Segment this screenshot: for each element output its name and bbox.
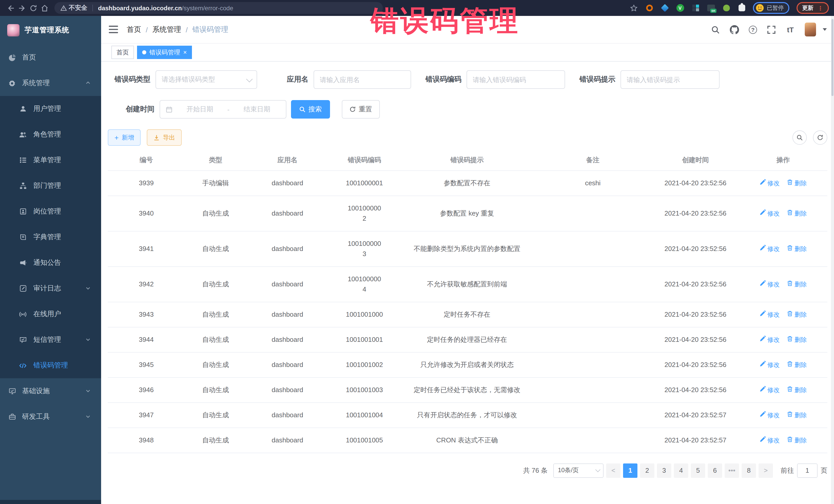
sidebar-item-短信管理[interactable]: 短信管理 xyxy=(0,327,101,353)
error-code-field[interactable] xyxy=(466,70,565,89)
start-date-placeholder[interactable]: 开始日期 xyxy=(177,105,223,114)
sidebar-item-菜单管理[interactable]: 菜单管理 xyxy=(0,147,101,173)
delete-link[interactable]: 删除 xyxy=(787,359,807,370)
goto-page-input[interactable] xyxy=(797,463,817,478)
sidebar-item-审计日志[interactable]: 审计日志 xyxy=(0,276,101,301)
sidebar-item-研发工具[interactable]: 研发工具 xyxy=(0,404,101,430)
hamburger-icon[interactable] xyxy=(109,25,118,34)
delete-link[interactable]: 删除 xyxy=(787,309,807,320)
sidebar-item-角色管理[interactable]: 角色管理 xyxy=(0,122,101,147)
breadcrumb-item[interactable]: 首页 xyxy=(127,25,141,34)
prev-page-button[interactable]: < xyxy=(606,463,620,478)
page-button-6[interactable]: 6 xyxy=(708,463,722,478)
page-button-4[interactable]: 4 xyxy=(674,463,688,478)
page-ellipsis[interactable]: ••• xyxy=(725,463,739,478)
delete-link[interactable]: 删除 xyxy=(787,178,807,188)
page-button-2[interactable]: 2 xyxy=(640,463,654,478)
page-button-1[interactable]: 1 xyxy=(623,463,637,478)
sidebar-item-通知公告[interactable]: 通知公告 xyxy=(0,250,101,276)
extension-android-icon[interactable] xyxy=(722,4,730,12)
extension-on-badge-icon[interactable]: on xyxy=(707,4,715,12)
add-button[interactable]: + 新增 xyxy=(108,129,140,146)
sidebar-item-用户管理[interactable]: 用户管理 xyxy=(0,96,101,122)
github-icon[interactable] xyxy=(730,25,739,34)
error-type-select[interactable]: 请选择错误码类型 xyxy=(155,70,257,89)
edit-link[interactable]: 修改 xyxy=(760,309,780,320)
delete-link[interactable]: 删除 xyxy=(787,435,807,445)
bookmark-star-icon[interactable] xyxy=(630,4,638,12)
font-size-icon[interactable] xyxy=(786,25,795,34)
delete-link[interactable]: 删除 xyxy=(787,410,807,420)
refresh-table-button[interactable] xyxy=(813,130,827,145)
address-bar[interactable]: 不安全 dashboard.yudao.iocoder.cn/system/er… xyxy=(54,2,383,14)
error-hint-field[interactable] xyxy=(620,70,720,89)
edit-link[interactable]: 修改 xyxy=(760,243,780,254)
next-page-button[interactable]: > xyxy=(759,463,773,478)
browser-menu-icon[interactable]: ⋮ xyxy=(817,5,823,10)
search-button[interactable]: 搜索 xyxy=(291,100,330,118)
sidebar-item-部门管理[interactable]: 部门管理 xyxy=(0,173,101,199)
tab-首页[interactable]: 首页 xyxy=(111,46,134,59)
delete-link[interactable]: 删除 xyxy=(787,334,807,345)
tab-错误码管理[interactable]: 错误码管理× xyxy=(137,46,192,59)
cell-actions: 修改删除 xyxy=(739,352,827,377)
chevron-down-icon[interactable] xyxy=(823,28,827,31)
delete-link-label: 删除 xyxy=(794,334,807,345)
edit-link[interactable]: 修改 xyxy=(760,178,780,188)
cell-type: 手动编辑 xyxy=(185,170,246,196)
help-icon[interactable] xyxy=(749,25,757,34)
reset-button[interactable]: 重置 xyxy=(342,100,380,118)
page-button-8[interactable]: 8 xyxy=(742,463,756,478)
delete-link[interactable]: 删除 xyxy=(787,208,807,218)
extension-gem-icon[interactable] xyxy=(660,4,669,12)
edit-link[interactable]: 修改 xyxy=(760,359,780,370)
date-range-picker[interactable]: 开始日期 - 结束日期 xyxy=(160,100,286,118)
delete-link[interactable]: 删除 xyxy=(787,243,807,254)
page-size-select[interactable]: 10条/页 xyxy=(553,463,603,478)
extension-green-v-icon[interactable]: V xyxy=(676,4,684,12)
browser-back-icon[interactable] xyxy=(5,2,17,14)
edit-link[interactable]: 修改 xyxy=(760,208,780,218)
sidebar-item-系统管理[interactable]: 系统管理 xyxy=(0,70,101,96)
browser-forward-icon[interactable] xyxy=(17,2,28,14)
extension-grid-icon[interactable] xyxy=(691,4,700,12)
edit-link[interactable]: 修改 xyxy=(760,385,780,395)
fullscreen-icon[interactable] xyxy=(767,25,776,34)
delete-link[interactable]: 删除 xyxy=(787,385,807,395)
delete-link[interactable]: 删除 xyxy=(787,279,807,289)
scrollbar-thumb[interactable] xyxy=(831,19,833,96)
edit-link[interactable]: 修改 xyxy=(760,410,780,420)
sidebar-item-岗位管理[interactable]: 岗位管理 xyxy=(0,199,101,224)
breadcrumb-item[interactable]: 系统管理 xyxy=(152,25,181,34)
page-button-5[interactable]: 5 xyxy=(691,463,705,478)
cell-app: dashboard xyxy=(246,302,328,327)
edit-link[interactable]: 修改 xyxy=(760,279,780,289)
window-scrollbar[interactable] xyxy=(831,16,834,504)
browser-profile-chip[interactable]: 已暂停 xyxy=(753,2,789,14)
not-secure-warning[interactable]: 不安全 xyxy=(61,4,87,12)
user-avatar[interactable] xyxy=(805,23,816,37)
app-name-input[interactable] xyxy=(320,76,405,83)
extension-puzzle-icon[interactable] xyxy=(738,4,746,12)
cell-created: 2021-04-20 23:52:57 xyxy=(652,428,739,453)
page-button-3[interactable]: 3 xyxy=(657,463,671,478)
sidebar-item-在线用户[interactable]: 在线用户 xyxy=(0,301,101,327)
error-code-input[interactable] xyxy=(473,76,559,83)
browser-update-button[interactable]: 更新 ⋮ xyxy=(796,2,829,14)
error-hint-input[interactable] xyxy=(627,76,714,83)
export-button[interactable]: 导出 xyxy=(147,129,182,146)
close-icon[interactable]: × xyxy=(183,49,187,56)
app-name-field[interactable] xyxy=(313,70,411,89)
browser-home-icon[interactable] xyxy=(39,2,50,14)
edit-link[interactable]: 修改 xyxy=(760,435,780,445)
sidebar-item-首页[interactable]: 首页 xyxy=(0,45,101,70)
edit-link[interactable]: 修改 xyxy=(760,334,780,345)
end-date-placeholder[interactable]: 结束日期 xyxy=(234,105,280,114)
extension-orange-icon[interactable] xyxy=(645,4,653,12)
sidebar-item-错误码管理[interactable]: 错误码管理 xyxy=(0,353,101,378)
sidebar-item-字典管理[interactable]: 字典管理 xyxy=(0,224,101,250)
search-icon[interactable] xyxy=(711,25,720,34)
toggle-search-button[interactable] xyxy=(792,130,807,145)
browser-reload-icon[interactable] xyxy=(28,2,39,14)
sidebar-item-基础设施[interactable]: 基础设施 xyxy=(0,378,101,404)
